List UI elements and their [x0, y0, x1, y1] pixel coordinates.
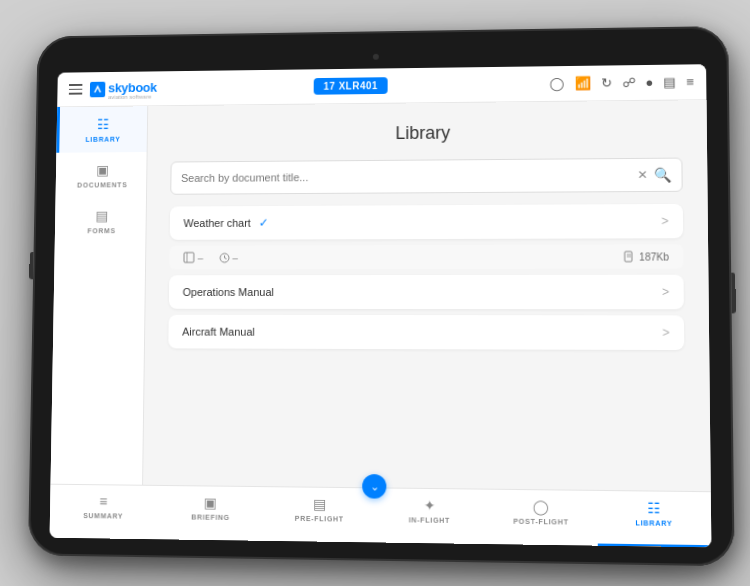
chevron-right-icon: > — [661, 214, 668, 228]
file-size: 187Kb — [623, 250, 669, 262]
page-title: Library — [171, 120, 682, 145]
brand-text: skybook aviation software — [108, 78, 157, 100]
doc-item-left-aircraft: Aircraft Manual — [182, 326, 255, 338]
nav-label-inflight: IN-FLIGHT — [409, 516, 450, 524]
search-clear-button[interactable]: ✕ — [637, 168, 647, 182]
library-icon: ☷ — [97, 116, 110, 132]
chevron-right-ops-icon: > — [662, 285, 669, 299]
svg-line-4 — [224, 257, 226, 258]
brand-tagline: aviation software — [108, 93, 157, 99]
sidebar-label-library: LIBRARY — [86, 136, 121, 143]
bookmark-icon[interactable]: ☍ — [622, 75, 635, 90]
camera-icon[interactable]: ▤ — [664, 75, 676, 90]
front-camera — [373, 54, 379, 60]
sidebar-item-library[interactable]: ☷ LIBRARY — [56, 106, 147, 152]
subrow-icon-1: – — [183, 252, 203, 264]
weather-chart-subrow: – – 187Kb — [169, 244, 683, 269]
briefing-icon: ▣ — [204, 494, 217, 510]
search-button[interactable]: 🔍 — [654, 167, 672, 183]
status-right-icons: ◯ 📶 ↻ ☍ ● ▤ ≡ — [549, 74, 694, 91]
document-item-aircraft-manual[interactable]: Aircraft Manual > — [168, 315, 684, 350]
nav-item-briefing[interactable]: ▣ BRIEFING — [157, 492, 265, 522]
hamburger-menu-button[interactable] — [69, 84, 83, 94]
user-icon[interactable]: ◯ — [549, 76, 564, 91]
chevron-down-button[interactable]: ⌄ — [362, 474, 386, 499]
nav-item-summary[interactable]: ≡ SUMMARY — [50, 491, 157, 520]
preflight-icon: ▤ — [313, 496, 326, 512]
postflight-icon: ◯ — [533, 498, 549, 515]
library-nav-icon: ☷ — [647, 500, 661, 517]
brand-name: skybook — [108, 80, 157, 95]
status-left: skybook aviation software — [69, 78, 157, 100]
file-size-value: 187Kb — [639, 251, 669, 262]
nav-label-library: LIBRARY — [635, 519, 672, 527]
nav-label-postflight: POST-FLIGHT — [513, 518, 568, 526]
sidebar: ☷ LIBRARY ▣ DOCUMENTS ▤ FORMS — [51, 106, 149, 484]
main-area: ☷ LIBRARY ▣ DOCUMENTS ▤ FORMS Library — [51, 100, 711, 491]
nav-item-postflight[interactable]: ◯ POST-FLIGHT — [485, 496, 597, 526]
documents-icon: ▣ — [96, 162, 109, 178]
nav-active-indicator — [597, 544, 711, 548]
volume-button[interactable] — [29, 252, 33, 279]
subrow-clock-icon: – — [219, 252, 238, 263]
sidebar-item-forms[interactable]: ▤ FORMS — [55, 198, 146, 244]
refresh-icon[interactable]: ↻ — [601, 75, 612, 90]
document-item-weather-chart[interactable]: Weather chart ✓ > — [170, 204, 683, 240]
content-area: Library ✕ 🔍 Weather chart ✓ > — [143, 100, 711, 491]
doc-title-weather-chart: Weather chart — [183, 217, 250, 229]
check-icon: ✓ — [259, 216, 269, 230]
search-bar: ✕ 🔍 — [170, 158, 682, 195]
document-item-operations-manual[interactable]: Operations Manual > — [169, 275, 684, 310]
sidebar-label-forms: FORMS — [87, 227, 115, 234]
search-input[interactable] — [181, 169, 637, 184]
bottom-nav: ⌄ ≡ SUMMARY ▣ BRIEFING ▤ PRE-FLIGHT ✦ IN… — [50, 484, 712, 548]
doc-title-operations-manual: Operations Manual — [183, 286, 274, 298]
nav-item-preflight[interactable]: ▤ PRE-FLIGHT — [265, 493, 375, 523]
brand-logo: skybook aviation software — [90, 78, 157, 100]
sidebar-item-documents[interactable]: ▣ DOCUMENTS — [56, 152, 147, 198]
sidebar-label-documents: DOCUMENTS — [77, 181, 127, 188]
bell-icon[interactable]: ● — [645, 75, 653, 90]
brand-icon — [90, 81, 106, 97]
tablet-shell: skybook aviation software 17 XLR401 ◯ 📶 … — [28, 26, 735, 566]
doc-item-left-ops: Operations Manual — [183, 286, 274, 298]
svg-rect-0 — [184, 253, 194, 263]
nav-item-library[interactable]: ☷ LIBRARY — [597, 497, 711, 527]
wifi-icon: 📶 — [574, 76, 590, 91]
chevron-right-aircraft-icon: > — [662, 326, 669, 340]
nav-item-inflight[interactable]: ✦ IN-FLIGHT — [374, 494, 485, 524]
screen: skybook aviation software 17 XLR401 ◯ 📶 … — [50, 64, 712, 547]
nav-label-preflight: PRE-FLIGHT — [295, 515, 344, 523]
summary-icon: ≡ — [99, 493, 107, 509]
forms-icon: ▤ — [95, 208, 108, 224]
doc-title-aircraft-manual: Aircraft Manual — [182, 326, 255, 338]
flight-id-badge[interactable]: 17 XLR401 — [314, 77, 388, 95]
inflight-icon: ✦ — [423, 497, 435, 513]
power-button[interactable] — [731, 273, 736, 314]
settings-icon[interactable]: ≡ — [686, 74, 694, 89]
nav-label-summary: SUMMARY — [83, 512, 123, 520]
nav-label-briefing: BRIEFING — [191, 513, 230, 521]
doc-item-left: Weather chart ✓ — [183, 216, 268, 230]
